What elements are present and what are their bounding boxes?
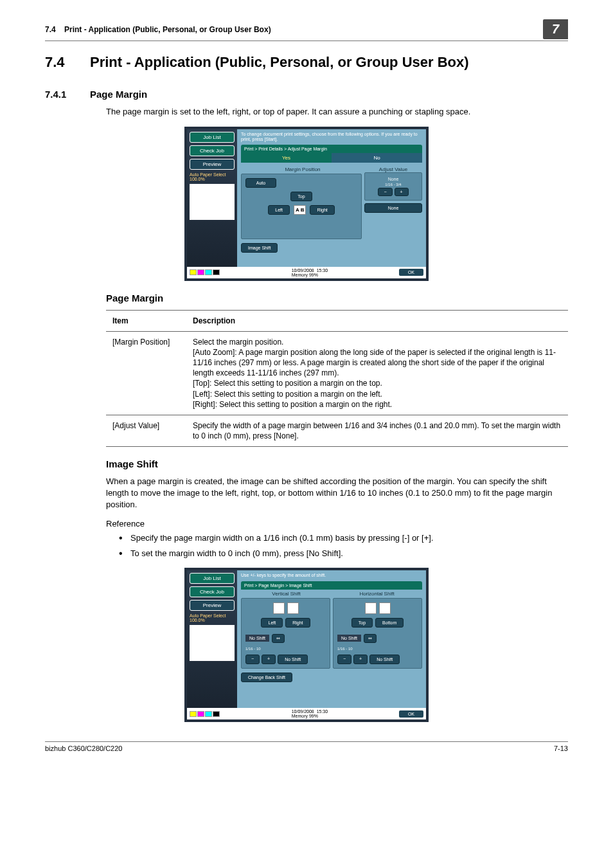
instruction-text: To change document print settings, choos… <box>241 132 422 143</box>
auto-paper-label: Auto Paper Select 100.0% <box>190 172 235 181</box>
job-list-button[interactable]: Job List <box>190 132 235 143</box>
left-button[interactable]: Left <box>268 205 290 215</box>
footer-page: 7-13 <box>554 745 568 752</box>
left-button[interactable]: Left <box>261 618 283 628</box>
col-vertical: Vertical Shift <box>241 591 332 597</box>
shift-diagram-icon <box>287 602 299 614</box>
plus-button[interactable]: + <box>395 188 409 196</box>
header-title: Print - Application (Public, Personal, o… <box>64 25 271 34</box>
swap-icon[interactable]: ⇔ <box>272 634 285 643</box>
shift-diagram-icon <box>365 602 377 614</box>
status-time: 15:30 <box>317 268 328 273</box>
list-item: To set the margin width to 0 inch (0 mm)… <box>119 548 568 559</box>
header-num: 7.4 <box>45 25 56 34</box>
image-shift-heading: Image Shift <box>106 458 568 469</box>
col-margin-position: Margin Position <box>241 167 364 172</box>
instruction-text: Use +/- keys to specify the amount of sh… <box>241 573 422 578</box>
adj-range: 1/16 - 3/4 <box>369 183 418 186</box>
breadcrumb-bar: Print > Page Margin > Image Shift <box>241 581 422 590</box>
col-horizontal: Horizontal Shift <box>332 591 422 597</box>
plus-button[interactable]: + <box>262 655 276 664</box>
preview-button[interactable]: Preview <box>190 159 235 170</box>
right-button[interactable]: Right <box>285 618 310 628</box>
reference-label: Reference <box>106 519 568 529</box>
status-memory: Memory 99% <box>292 714 318 718</box>
shift-diagram-icon <box>379 602 391 614</box>
noshift-display: No Shift <box>245 635 269 642</box>
ok-button[interactable]: OK <box>399 710 423 718</box>
table-row: [Margin Position] <box>106 331 186 415</box>
auto-button[interactable]: Auto <box>245 178 276 188</box>
shift-range: 1/16 - 10 <box>245 647 326 651</box>
minus-button[interactable]: − <box>378 188 392 196</box>
check-job-button[interactable]: Check Job <box>190 586 235 597</box>
body-text: When a page margin is created, the image… <box>106 476 568 510</box>
status-date: 10/09/2008 <box>292 709 314 714</box>
chapter-badge: 7 <box>543 19 568 39</box>
top-button[interactable]: Top <box>290 192 312 201</box>
screenshot-page-margin: Job List Check Job Preview Auto Paper Se… <box>184 127 429 281</box>
list-item: Specify the page margin width on a 1/16 … <box>119 532 568 544</box>
page-margin-table: ItemDescription [Margin Position]Select … <box>106 310 568 448</box>
minus-button[interactable]: − <box>245 655 260 664</box>
page-title: 7.4Print - Application (Public, Personal… <box>45 54 568 71</box>
plus-button[interactable]: + <box>353 655 368 664</box>
preview-thumbnail <box>190 625 235 661</box>
subsection-title: 7.4.1Page Margin <box>45 89 568 100</box>
shift-diagram-icon <box>273 602 285 614</box>
minus-button[interactable]: − <box>337 655 351 664</box>
change-back-shift-button[interactable]: Change Back Shift <box>241 673 292 682</box>
table-row: Specify the width of a page margin betwe… <box>186 415 568 447</box>
noshift-display: No Shift <box>337 635 361 642</box>
adj-none-label: None <box>369 177 418 181</box>
th-item: Item <box>106 310 186 331</box>
body-text: The page margin is set to the left, righ… <box>106 106 568 118</box>
toner-indicators <box>190 269 220 275</box>
shift-range: 1/16 - 10 <box>337 647 418 651</box>
no-tab[interactable]: No <box>332 153 422 163</box>
preview-button[interactable]: Preview <box>190 600 235 611</box>
none-button[interactable]: None <box>364 203 422 213</box>
col-adjust-value: Adjust Value <box>364 167 422 172</box>
table-heading: Page Margin <box>106 293 568 303</box>
check-job-button[interactable]: Check Job <box>190 145 235 156</box>
no-shift-button[interactable]: No Shift <box>278 655 308 664</box>
status-memory: Memory 99% <box>292 273 318 277</box>
top-button[interactable]: Top <box>351 618 373 628</box>
footer-model: bizhub C360/C280/C220 <box>45 745 122 752</box>
yes-tab[interactable]: Yes <box>241 153 332 163</box>
screenshot-image-shift: Job List Check Job Preview Auto Paper Se… <box>184 568 429 722</box>
table-row: [Adjust Value] <box>106 415 186 447</box>
breadcrumb-bar: Print > Print Details > Adjust Page Marg… <box>241 145 422 153</box>
preview-thumbnail <box>190 184 235 220</box>
ab-icon: A B <box>294 205 306 215</box>
status-time: 15:30 <box>317 709 328 714</box>
auto-paper-label: Auto Paper Select 100.0% <box>190 613 235 622</box>
toner-indicators <box>190 711 220 717</box>
image-shift-button[interactable]: Image Shift <box>241 243 278 253</box>
ok-button[interactable]: OK <box>399 269 423 276</box>
swap-icon[interactable]: ⇔ <box>364 634 377 643</box>
th-desc: Description <box>186 310 568 331</box>
table-row: Select the margin position. [Auto Zoom]:… <box>186 331 568 415</box>
job-list-button[interactable]: Job List <box>190 573 235 584</box>
right-button[interactable]: Right <box>310 205 334 215</box>
status-date: 10/09/2008 <box>292 268 314 273</box>
no-shift-button[interactable]: No Shift <box>369 655 400 664</box>
bottom-button[interactable]: Bottom <box>375 618 404 628</box>
